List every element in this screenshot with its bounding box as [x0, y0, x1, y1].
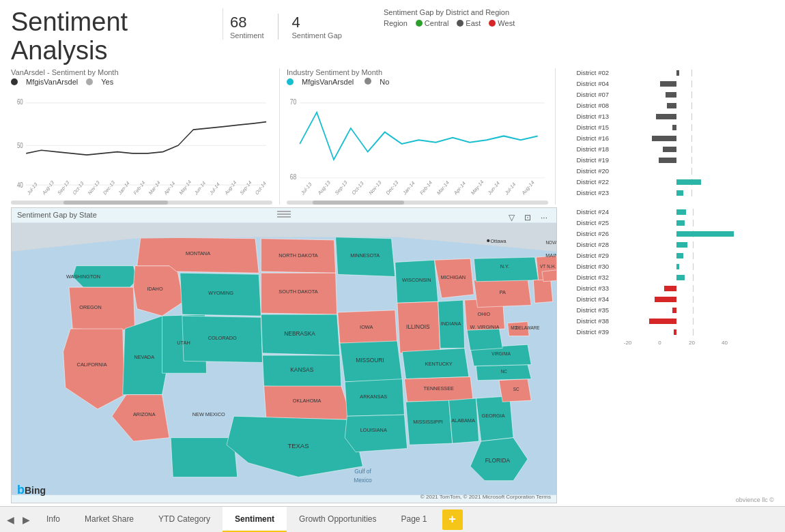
svg-text:WASHINGTON: WASHINGTON	[66, 273, 100, 279]
bar-row: District #38	[562, 316, 774, 326]
tab-info[interactable]: Info	[34, 507, 72, 532]
map-more-btn[interactable]: ···	[537, 211, 551, 224]
svg-text:NORTH DAKOTA: NORTH DAKOTA	[279, 252, 318, 258]
legend-region-label: Region	[384, 19, 408, 27]
gap-value: 4	[292, 14, 342, 31]
map-drag-handle[interactable]	[277, 211, 291, 218]
svg-text:NEBRASKA: NEBRASKA	[284, 329, 315, 336]
vanarsdel-chart-area: 60 50 40 Jul-13 Aug-13 Sep-13 Oct-13 Nov…	[11, 89, 272, 199]
west-dot	[489, 20, 496, 27]
tab-bar: ◀ ▶ Info Market Share YTD Category Senti…	[0, 506, 785, 532]
charts-row: VanArsdel - Sentiment by Month MfgisVanA…	[0, 68, 785, 205]
svg-text:LOUISIANA: LOUISIANA	[360, 427, 387, 433]
gap-label: Sentiment Gap	[292, 31, 342, 40]
drag-line-3	[277, 216, 291, 218]
bing-logo: bBing	[17, 483, 46, 497]
tab-page-1[interactable]: Page 1	[388, 507, 439, 532]
legend-west: West	[489, 19, 515, 27]
svg-text:Aug-14: Aug-14	[224, 179, 238, 196]
svg-text:KENTUCKY: KENTUCKY	[425, 360, 453, 366]
svg-text:OHIO: OHIO	[478, 311, 491, 317]
svg-text:Nov-13: Nov-13	[87, 179, 101, 196]
bar-row: District #33	[562, 284, 774, 293]
industry-scrollbar[interactable]	[287, 201, 548, 205]
tab-next-btn[interactable]: ▶	[18, 507, 34, 532]
svg-text:Mar-14: Mar-14	[148, 179, 161, 196]
svg-text:NOVA...: NOVA...	[545, 240, 556, 245]
svg-text:SC: SC	[513, 387, 519, 391]
industry-scrollbar-thumb	[313, 201, 404, 205]
tab-growth-opportunities[interactable]: Growth Opportunities	[287, 507, 388, 532]
svg-text:NEVADA: NEVADA	[134, 354, 154, 360]
bar-row: District #07	[562, 90, 771, 100]
map-controls: ▽ ⊡ ···	[504, 211, 551, 224]
vanarsdel-dot	[11, 78, 18, 85]
svg-text:OREGON: OREGON	[79, 304, 102, 310]
svg-text:MONTANA: MONTANA	[186, 250, 210, 256]
svg-text:Dec-13: Dec-13	[385, 179, 399, 196]
tab-ytd-category[interactable]: YTD Category	[146, 507, 223, 532]
map-expand-btn[interactable]: ⊡	[521, 211, 534, 224]
right-bar-panel: District #02 District #04 District #07	[562, 68, 774, 205]
svg-text:Gulf of: Gulf of	[354, 468, 371, 475]
svg-text:Jul-14: Jul-14	[504, 181, 517, 196]
tab-add-btn[interactable]: +	[442, 509, 463, 530]
tab-sentiment[interactable]: Sentiment	[223, 507, 287, 532]
district-bars-container[interactable]: District #24 District #25 District #26	[562, 207, 774, 495]
right-legend-panel: Sentiment Gap by District and Region Reg…	[373, 8, 774, 27]
map-filter-btn[interactable]: ▽	[504, 211, 518, 224]
bar-row: District #30	[562, 262, 774, 271]
svg-text:ILLINOIS: ILLINOIS	[406, 323, 430, 330]
svg-text:Apr-14: Apr-14	[163, 179, 176, 196]
svg-text:SOUTH DAKOTA: SOUTH DAKOTA	[279, 288, 317, 294]
svg-text:Mexico: Mexico	[354, 476, 372, 483]
industry-chart-title: Industry Sentiment by Month	[287, 68, 548, 76]
page-title: Sentiment Analysis	[11, 8, 216, 65]
svg-text:Jun-14: Jun-14	[487, 179, 500, 196]
gap-metric: 4 Sentiment Gap	[292, 14, 342, 40]
svg-text:Aug-13: Aug-13	[317, 179, 331, 196]
map-panel: Sentiment Gap by State ▽ ⊡ ···	[11, 207, 557, 503]
bar-row: District #04	[562, 79, 771, 89]
bar-row: District #26	[562, 229, 774, 239]
svg-text:May-14: May-14	[470, 178, 485, 196]
sentiment-label: Sentiment	[230, 31, 264, 40]
svg-text:Jan-14: Jan-14	[117, 179, 130, 196]
svg-text:Oct-14: Oct-14	[254, 179, 267, 196]
bar-row: District #18	[562, 145, 771, 154]
right-district-panel: District #24 District #25 District #26	[562, 207, 774, 503]
drag-line-1	[277, 211, 291, 212]
svg-text:FLORIDA: FLORIDA	[485, 457, 511, 464]
bar-row: District #35	[562, 306, 774, 315]
bar-row: District #02	[562, 68, 771, 78]
svg-text:Jul-13: Jul-13	[300, 181, 313, 196]
svg-marker-62	[345, 415, 407, 452]
svg-text:70: 70	[290, 98, 297, 106]
svg-text:MINNESOTA: MINNESOTA	[350, 252, 380, 258]
sentiment-metric: 68 Sentiment	[230, 14, 264, 40]
industry-chart-panel: Industry Sentiment by Month MfgisVanArsd…	[287, 68, 548, 205]
svg-text:IOWA: IOWA	[360, 324, 373, 330]
svg-marker-79	[474, 257, 539, 282]
metric-divider	[278, 14, 279, 40]
bar-row: District #15	[562, 123, 771, 132]
tab-prev-btn[interactable]: ◀	[3, 507, 18, 532]
vanarsdel-scrollbar-thumb	[63, 201, 168, 205]
svg-text:N.Y.: N.Y.	[500, 263, 509, 269]
vanarsdel-chart-panel: VanArsdel - Sentiment by Month MfgisVanA…	[11, 68, 272, 205]
vanarsdel-yes-dot	[86, 78, 93, 85]
svg-marker-81	[533, 278, 552, 303]
legend-east: East	[457, 19, 481, 27]
district-bar-chart[interactable]: District #02 District #04 District #07	[562, 68, 774, 205]
svg-text:Jul-13: Jul-13	[26, 181, 38, 196]
svg-text:MAINE: MAINE	[545, 252, 556, 258]
vanarsdel-scrollbar[interactable]	[11, 201, 272, 205]
svg-text:TEXAS: TEXAS	[288, 442, 309, 449]
central-dot	[416, 20, 423, 27]
vanarsdel-chart-title: VanArsdel - Sentiment by Month	[11, 68, 272, 76]
tab-market-share[interactable]: Market Share	[72, 507, 146, 532]
svg-text:Apr-14: Apr-14	[453, 179, 467, 196]
svg-text:68: 68	[290, 173, 297, 181]
svg-text:NEW MEXICO: NEW MEXICO	[192, 411, 225, 417]
svg-text:UTAH: UTAH	[177, 340, 190, 346]
